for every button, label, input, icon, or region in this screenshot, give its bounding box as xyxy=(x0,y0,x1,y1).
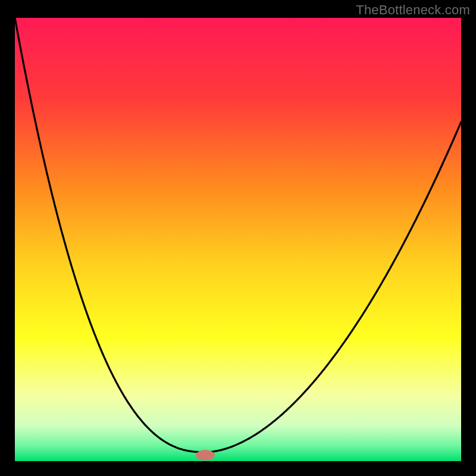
optimum-marker xyxy=(196,450,215,461)
chart-svg xyxy=(0,0,476,476)
chart-frame: TheBottleneck.com xyxy=(0,0,476,476)
plot-background xyxy=(15,18,461,461)
